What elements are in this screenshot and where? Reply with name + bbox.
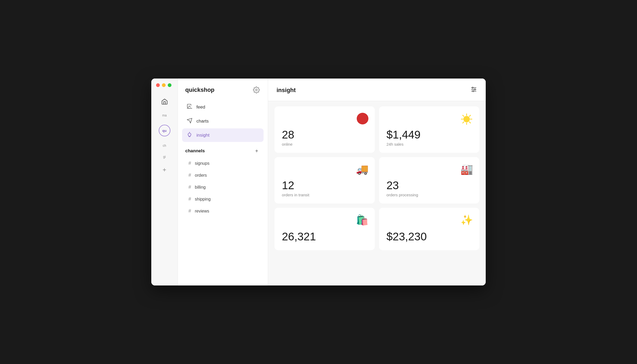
transit-number: 12: [282, 179, 367, 192]
sidebar-header: quickshop: [178, 79, 268, 100]
sidebar-icon-gi[interactable]: gi: [151, 151, 178, 162]
hash-icon: #: [188, 196, 191, 202]
sidebar-add-button[interactable]: +: [151, 162, 178, 177]
insight-label: insight: [196, 133, 209, 138]
main-content: insight 28 online: [268, 79, 486, 285]
sidebar-icon-ch[interactable]: ch: [151, 140, 178, 151]
svg-line-17: [469, 122, 470, 123]
plus-icon: +: [162, 166, 166, 174]
channel-label: signups: [195, 161, 209, 166]
card-orders-processing: 🏭 23 orders processing: [379, 157, 479, 203]
processing-number: 23: [386, 179, 472, 192]
charts-label: charts: [196, 119, 209, 124]
truck-icon: 🚚: [356, 163, 368, 175]
cards-grid: 28 online: [268, 101, 486, 255]
online-label: online: [282, 142, 367, 146]
channel-reviews[interactable]: # reviews: [185, 205, 260, 217]
channel-shipping[interactable]: # shipping: [185, 193, 260, 205]
svg-point-10: [473, 90, 474, 92]
svg-point-11: [463, 116, 470, 122]
channel-signups[interactable]: # signups: [185, 157, 260, 169]
card-total-sales: ✨ $23,230: [379, 208, 479, 250]
filter-button[interactable]: [470, 86, 477, 94]
channels-header: channels +: [185, 147, 260, 155]
traffic-light-green[interactable]: [168, 83, 171, 87]
channels-title: channels: [185, 148, 205, 154]
nav-item-charts[interactable]: charts: [182, 114, 264, 128]
card-24h-sales: $1,449 24h sales: [379, 106, 479, 153]
channel-orders[interactable]: # orders: [185, 169, 260, 181]
content-title: insight: [277, 87, 296, 94]
shopping-bag-icon: 🛍️: [356, 214, 368, 226]
channels-add-button[interactable]: +: [253, 147, 260, 155]
charts-icon: [186, 118, 193, 125]
svg-point-6: [472, 87, 473, 88]
card-online: 28 online: [274, 106, 375, 153]
sidebar-icon-ch-label: ch: [163, 144, 166, 148]
feed-icon: [186, 103, 193, 111]
sidebar-icon-home[interactable]: [151, 94, 178, 110]
channels-section: channels + # signups # orders # billing …: [178, 142, 268, 220]
sales-number: $1,449: [386, 129, 472, 141]
sidebar-icon-ma-label: ma: [162, 114, 167, 117]
card-total-items: 🛍️ 26,321: [274, 208, 375, 250]
channel-billing[interactable]: # billing: [185, 181, 260, 193]
total-sales-number: $23,230: [386, 231, 472, 243]
qu-circle: qu: [159, 125, 170, 136]
hash-icon: #: [188, 172, 191, 178]
icon-sidebar: ma qu ch gi +: [151, 79, 178, 285]
processing-label: orders processing: [386, 193, 472, 197]
sparkles-icon: ✨: [460, 214, 473, 226]
svg-line-19: [463, 122, 464, 123]
items-number: 26,321: [282, 231, 367, 243]
factory-icon: 🏭: [460, 163, 473, 175]
hash-icon: #: [188, 161, 191, 166]
sidebar-icon-qu[interactable]: qu: [151, 121, 178, 140]
nav-item-feed[interactable]: feed: [182, 100, 264, 114]
sidebar-icon-gi-label: gi: [163, 155, 166, 159]
sidebar-icon-ma[interactable]: ma: [151, 110, 178, 121]
settings-button[interactable]: [252, 86, 260, 94]
traffic-light-red[interactable]: [156, 83, 160, 87]
nav-item-insight[interactable]: insight: [182, 128, 264, 142]
insight-icon: [186, 132, 193, 139]
app-name: quickshop: [185, 86, 214, 93]
content-header: insight: [268, 79, 486, 101]
svg-line-16: [463, 115, 464, 116]
channel-label: billing: [195, 185, 206, 190]
sales-label: 24h sales: [386, 142, 472, 146]
channel-label: reviews: [195, 209, 209, 214]
channel-label: shipping: [195, 197, 211, 202]
nav-list: feed charts: [178, 100, 268, 142]
transit-label: orders in transit: [282, 193, 367, 197]
feed-label: feed: [196, 105, 205, 110]
sun-icon: [460, 113, 473, 128]
svg-line-18: [469, 115, 470, 116]
svg-marker-2: [187, 118, 192, 123]
traffic-lights: [156, 83, 171, 87]
traffic-light-yellow[interactable]: [162, 83, 166, 87]
main-sidebar: quickshop feed: [178, 79, 268, 285]
online-indicator: [357, 113, 368, 124]
online-number: 28: [282, 129, 367, 141]
svg-point-0: [256, 89, 257, 91]
hash-icon: #: [188, 184, 191, 190]
hash-icon: #: [188, 208, 191, 214]
card-orders-transit: 🚚 12 orders in transit: [274, 157, 375, 203]
svg-point-8: [474, 89, 475, 90]
channel-label: orders: [195, 173, 207, 178]
home-icon: [161, 98, 168, 106]
